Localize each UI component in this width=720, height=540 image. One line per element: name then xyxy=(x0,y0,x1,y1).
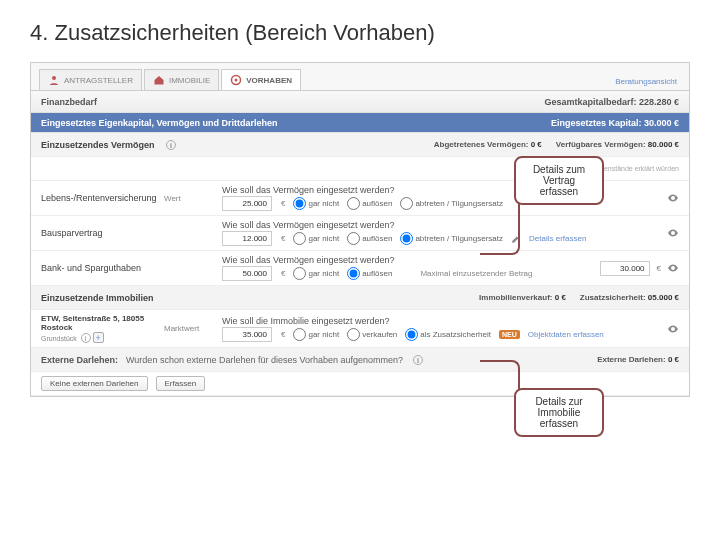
radio-aufloesen[interactable]: auflösen xyxy=(347,267,392,280)
objektdaten-erfassen-link[interactable]: Objektdaten erfassen xyxy=(528,330,604,339)
row-immo-prop: ETW, Seitenstraße 5, 18055 Rostock Grund… xyxy=(31,310,689,348)
row-label: Einzusetzende Immobilien xyxy=(41,293,201,303)
slide-title: 4. Zusatzsicherheiten (Bereich Vorhaben) xyxy=(30,20,690,46)
svg-point-2 xyxy=(235,79,238,82)
house-icon xyxy=(153,74,165,86)
eye-icon[interactable] xyxy=(667,227,679,239)
ext-question: Wurden schon externe Darlehen für dieses… xyxy=(126,355,403,365)
section-finanzbedarf: Finanzbedarf Gesamtkapitalbedarf: 228.28… xyxy=(31,91,689,113)
callout-immobilie: Details zur Immobilie erfassen xyxy=(514,388,604,437)
row-label: Externe Darlehen: xyxy=(41,355,118,365)
callout-vertrag: Details zum Vertrag erfassen xyxy=(514,156,604,205)
immo-mw-input[interactable]: 35.000 xyxy=(222,327,272,342)
svg-point-0 xyxy=(52,76,56,80)
radio-garnicht[interactable]: gar nicht xyxy=(293,328,339,341)
row-label: Bausparvertrag xyxy=(41,228,156,238)
radio-aufloesen[interactable]: auflösen xyxy=(347,232,392,245)
radio-garnicht[interactable]: gar nicht xyxy=(293,232,339,245)
info-icon[interactable]: i xyxy=(413,355,423,365)
section-eigenkapital: Eingesetztes Eigenkapital, Vermögen und … xyxy=(31,113,689,133)
tab-label: IMMOBILIE xyxy=(169,76,210,85)
section-label: Eingesetztes Eigenkapital, Vermögen und … xyxy=(41,118,278,128)
row-einzusetzendes-vermoegen: Einzusetzendes Vermögen i Abgetretenes V… xyxy=(31,133,689,157)
radio-garnicht[interactable]: gar nicht xyxy=(293,267,339,280)
radio-verkaufen[interactable]: verkaufen xyxy=(347,328,397,341)
callout-tail xyxy=(480,360,520,395)
row-immobilien-head: Einzusetzende Immobilien Immobilienverka… xyxy=(31,286,689,310)
eye-icon[interactable] xyxy=(667,323,679,335)
tab-label: ANTRAGSTELLER xyxy=(64,76,133,85)
max-label: Maximal einzusetzender Betrag xyxy=(420,269,532,278)
row-label: Bank- und Sparguthaben xyxy=(41,263,156,273)
wert-label: Wert xyxy=(164,194,214,203)
bsv-wert-input[interactable]: 12.000 xyxy=(222,231,272,246)
app-window: ANTRAGSTELLER IMMOBILIE VORHABEN Beratun… xyxy=(30,62,690,397)
row-label: Einzusetzendes Vermögen xyxy=(41,140,156,150)
eye-icon[interactable] xyxy=(667,192,679,204)
keine-darlehen-button[interactable]: Keine externen Darlehen xyxy=(41,376,148,391)
tab-antragsteller[interactable]: ANTRAGSTELLER xyxy=(39,69,142,90)
eingesetztes-kapital: Eingesetztes Kapital: 30.000 € xyxy=(551,118,679,128)
question: Wie soll das Vermögen eingesetzt werden? xyxy=(222,255,592,265)
question: Wie soll die Immobilie eingesetzt werden… xyxy=(222,316,659,326)
section-label: Finanzbedarf xyxy=(41,97,97,107)
person-icon xyxy=(48,74,60,86)
neu-badge: NEU xyxy=(499,330,520,339)
gesamtkapital: Gesamtkapitalbedarf: 228.280 € xyxy=(544,97,679,107)
plus-icon[interactable]: + xyxy=(93,332,104,343)
row-label: Lebens-/Rentenversicherung xyxy=(41,193,156,203)
row-bank: Bank- und Sparguthaben Wie soll das Verm… xyxy=(31,251,689,286)
radio-garnicht[interactable]: gar nicht xyxy=(293,197,339,210)
details-erfassen-link[interactable]: Details erfassen xyxy=(529,234,586,243)
tab-bar: ANTRAGSTELLER IMMOBILIE VORHABEN Beratun… xyxy=(31,63,689,91)
radio-zusatzsicherheit[interactable]: als Zusatzsicherheit xyxy=(405,328,491,341)
target-icon xyxy=(230,74,242,86)
bank-wert-input[interactable]: 50.000 xyxy=(222,266,272,281)
beratungsansicht-link[interactable]: Beratungsansicht xyxy=(611,73,681,90)
info-icon[interactable]: i xyxy=(81,333,91,343)
erfassen-button[interactable]: Erfassen xyxy=(156,376,206,391)
property-name: ETW, Seitenstraße 5, 18055 Rostock xyxy=(41,314,156,332)
row-externe-head: Externe Darlehen: Wurden schon externe D… xyxy=(31,348,689,372)
tab-immobilie[interactable]: IMMOBILIE xyxy=(144,69,219,90)
callout-tail xyxy=(480,200,520,255)
eye-icon[interactable] xyxy=(667,262,679,274)
question: Wie soll das Vermögen eingesetzt werden? xyxy=(222,220,659,230)
marktwert-label: Marktwert xyxy=(164,324,214,333)
info-icon[interactable]: i xyxy=(166,140,176,150)
lrv-wert-input[interactable]: 25.000 xyxy=(222,196,272,211)
tab-vorhaben[interactable]: VORHABEN xyxy=(221,69,301,90)
row-bsv: Bausparvertrag Wie soll das Vermögen ein… xyxy=(31,216,689,251)
bank-max-input[interactable]: 30.000 xyxy=(600,261,650,276)
radio-aufloesen[interactable]: auflösen xyxy=(347,197,392,210)
tab-label: VORHABEN xyxy=(246,76,292,85)
